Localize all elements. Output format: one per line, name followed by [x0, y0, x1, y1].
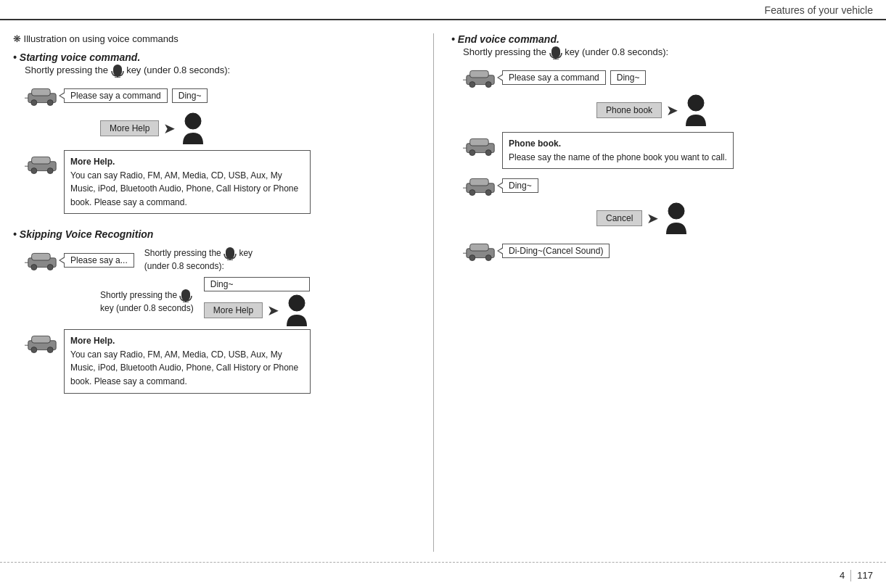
- svg-rect-22: [181, 289, 190, 301]
- please-say-bubble-end: Please say a command: [502, 70, 606, 85]
- person-icon-1: [180, 112, 206, 144]
- car-icon-8: [463, 240, 498, 262]
- ding-bubble-1: Ding~: [172, 88, 208, 103]
- person-icon-2: [284, 294, 310, 326]
- ding-bubble-end-2-wrap: Ding~: [502, 178, 538, 193]
- phone-book-detail-bubble: Phone book. Please say the name of the p…: [502, 132, 734, 169]
- cancel-button[interactable]: Cancel: [596, 210, 642, 226]
- svg-point-5: [31, 100, 37, 106]
- phone-book-button[interactable]: Phone book: [596, 102, 662, 118]
- svg-point-53: [469, 255, 475, 261]
- svg-rect-41: [470, 138, 489, 146]
- more-help-detail-bubble: More Help. You can say Radio, FM, AM, Me…: [64, 150, 311, 214]
- phone-book-detail-row: Phone book. Please say the name of the p…: [463, 132, 855, 169]
- more-help-button-2[interactable]: More Help: [204, 302, 263, 318]
- svg-point-12: [47, 168, 53, 174]
- car-icon-6: [463, 135, 498, 157]
- end-sub: Shortly pressing the key (under 0.8 seco…: [463, 46, 855, 59]
- svg-rect-46: [470, 179, 489, 186]
- starting-title: • Starting voice command.: [13, 51, 419, 63]
- end-row1: Please say a command Ding~: [463, 67, 855, 88]
- mic-icon-skip1: [223, 247, 237, 260]
- svg-point-16: [31, 264, 37, 270]
- right-column: • End voice command. Shortly pressing th…: [434, 33, 855, 552]
- car-icon-1: [25, 85, 60, 107]
- svg-point-42: [469, 150, 475, 156]
- svg-point-25: [289, 295, 305, 311]
- skipping-row1: Please say a... Shortly pressing the key…: [25, 247, 419, 273]
- mic-icon-skip2: [179, 289, 192, 302]
- mic-icon-start: [111, 65, 124, 78]
- di-ding-bubble: Di-Ding~(Cancel Sound): [502, 244, 610, 258]
- car-icon-5: [463, 67, 498, 88]
- starting-section: • Starting voice command. Shortly pressi…: [13, 51, 419, 214]
- svg-rect-15: [32, 253, 51, 260]
- svg-rect-4: [32, 88, 51, 96]
- svg-point-39: [688, 95, 704, 111]
- di-ding-row: Di-Ding~(Cancel Sound): [463, 240, 855, 262]
- car-icon-7: [463, 175, 498, 196]
- svg-point-48: [485, 190, 491, 196]
- phone-book-btn-row: Phone book ➤: [596, 94, 855, 126]
- shortly-pressing-text: Shortly pressing the key(under 0.8 secon…: [144, 247, 253, 273]
- arrow-icon-1: ➤: [163, 120, 176, 137]
- end-title: • End voice command.: [451, 33, 855, 45]
- svg-point-17: [47, 264, 53, 270]
- page-number: 4 117: [840, 570, 873, 581]
- more-help-detail-row: More Help. You can say Radio, FM, AM, Me…: [25, 150, 419, 214]
- svg-point-8: [185, 113, 201, 129]
- header-title: Features of your vehicle: [765, 4, 873, 16]
- please-say-bubble-1: Please say a command: [64, 88, 168, 103]
- svg-rect-27: [32, 336, 51, 344]
- ding-bubble-skip: Ding~: [204, 277, 310, 291]
- svg-point-36: [469, 82, 475, 88]
- svg-point-47: [469, 190, 475, 196]
- skipping-title: • Skipping Voice Recognition: [13, 228, 419, 240]
- starting-sub: Shortly pressing the key (under 0.8 seco…: [25, 65, 419, 78]
- arrow-icon-2: ➤: [267, 302, 279, 319]
- skipping-ding-row: Shortly pressing the key (under 0.8 seco…: [100, 277, 419, 326]
- svg-rect-10: [32, 157, 51, 164]
- arrow-icon-3: ➤: [666, 102, 678, 119]
- ding-bubble-end-1: Ding~: [610, 70, 647, 85]
- more-help-detail-row-2: More Help. You can say Radio, FM, AM, Me…: [25, 329, 419, 393]
- svg-rect-0: [113, 65, 122, 76]
- car-icon-2: [25, 153, 60, 175]
- svg-point-6: [47, 100, 53, 106]
- page-footer: 4 117: [0, 562, 886, 588]
- end-section: • End voice command. Shortly pressing th…: [451, 33, 855, 262]
- shortly-pressing-text-2: Shortly pressing the key (under 0.8 seco…: [100, 289, 194, 315]
- page-header: Features of your vehicle: [0, 0, 886, 20]
- left-column: ❋ Illustration on using voice commands •…: [13, 33, 434, 552]
- person-icon-3: [683, 94, 709, 126]
- svg-point-28: [31, 347, 37, 353]
- illustration-note: ❋ Illustration on using voice commands: [13, 33, 419, 44]
- svg-rect-19: [226, 247, 234, 259]
- more-help-detail-bubble-2: More Help. You can say Radio, FM, AM, Me…: [64, 329, 311, 393]
- svg-point-43: [485, 150, 491, 156]
- end-ding-row: Ding~: [463, 175, 855, 196]
- cancel-btn-row: Cancel ➤: [596, 202, 855, 234]
- car-icon-4: [25, 332, 60, 354]
- car-icon-3: [25, 249, 60, 271]
- svg-point-54: [485, 255, 491, 261]
- svg-point-37: [485, 82, 491, 88]
- svg-point-11: [31, 168, 37, 174]
- person-icon-4: [663, 202, 689, 234]
- svg-rect-52: [470, 244, 489, 252]
- more-help-button-1[interactable]: More Help: [100, 120, 159, 136]
- svg-point-29: [47, 347, 53, 353]
- svg-rect-31: [551, 46, 560, 58]
- please-say-bubble-skip: Please say a...: [64, 253, 134, 268]
- svg-rect-35: [470, 70, 489, 78]
- main-content: ❋ Illustration on using voice commands •…: [0, 20, 886, 552]
- arrow-icon-4: ➤: [647, 210, 659, 227]
- skipping-section: • Skipping Voice Recognition Please say …: [13, 228, 419, 393]
- mic-icon-end: [549, 46, 562, 59]
- svg-point-50: [668, 203, 684, 219]
- starting-row1: Please say a command Ding~: [25, 85, 419, 107]
- page-divider: [850, 570, 851, 581]
- more-help-row: More Help ➤: [100, 112, 419, 144]
